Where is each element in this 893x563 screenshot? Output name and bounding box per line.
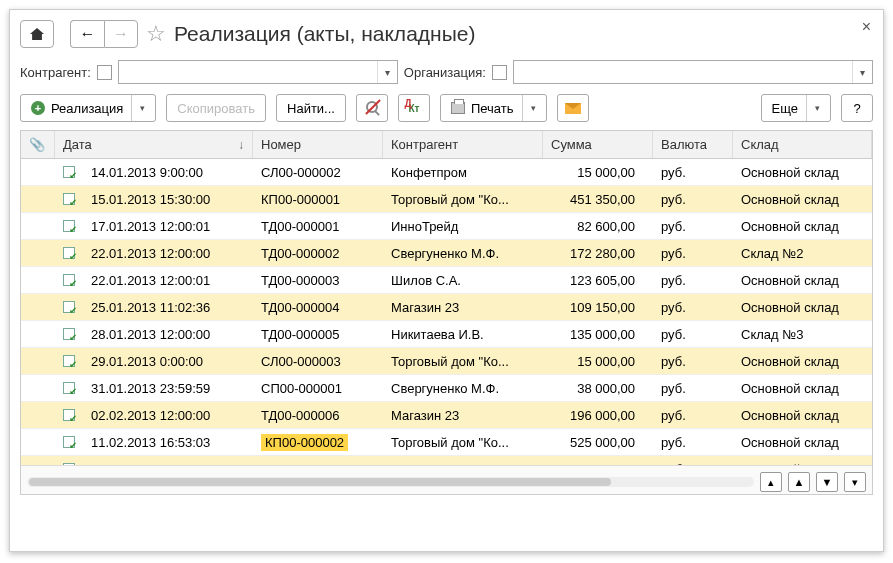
scroll-thumb[interactable]	[29, 478, 611, 486]
envelope-icon	[565, 103, 581, 114]
realize-button[interactable]: + Реализация ▾	[20, 94, 156, 122]
table-row[interactable]: 17.01.2013 12:00:01ТД00-000001ИнноТрейд8…	[21, 213, 872, 240]
cell-sum: 172 280,00	[543, 246, 653, 261]
toolbar: + Реализация ▾ Скопировать Найти... Кт П…	[20, 94, 873, 122]
chevron-down-icon: ▾	[806, 95, 820, 121]
chevron-down-icon: ▾	[377, 61, 397, 83]
cell-counterparty: Торговый дом "Ко...	[383, 192, 543, 207]
dk-button[interactable]: Кт	[398, 94, 430, 122]
cell-counterparty: Магазин 23	[383, 300, 543, 315]
status-icon	[55, 274, 83, 286]
status-icon	[55, 166, 83, 178]
cell-number: ТД00-000002	[253, 246, 383, 261]
column-sum[interactable]: Сумма	[543, 131, 653, 158]
printer-icon	[451, 102, 465, 114]
column-warehouse[interactable]: Склад	[733, 131, 872, 158]
scroll-top-button[interactable]: ▴	[760, 472, 782, 492]
cell-number: ТД00-000005	[253, 327, 383, 342]
cell-currency: руб.	[653, 246, 733, 261]
arrow-right-icon: →	[113, 25, 129, 43]
status-icon	[55, 193, 83, 205]
cell-currency: руб.	[653, 273, 733, 288]
cell-number: ТД00-000003	[253, 273, 383, 288]
organization-combo[interactable]: ▾	[513, 60, 873, 84]
scroll-bottom-button[interactable]: ▾	[844, 472, 866, 492]
cell-date: 29.01.2013 0:00:00	[83, 354, 253, 369]
cell-counterparty: Конфетпром	[383, 165, 543, 180]
table-row[interactable]: 29.01.2013 0:00:00СЛ00-000003Торговый до…	[21, 348, 872, 375]
back-button[interactable]: ←	[70, 20, 104, 48]
find-button[interactable]: Найти...	[276, 94, 346, 122]
window: × ← → ☆ Реализация (акты, накладные) Кон…	[9, 9, 884, 552]
mail-button[interactable]	[557, 94, 589, 122]
dk-icon: Кт	[408, 103, 419, 114]
cell-sum: 135 000,00	[543, 327, 653, 342]
column-number[interactable]: Номер	[253, 131, 383, 158]
cell-counterparty: Свергуненко М.Ф.	[383, 381, 543, 396]
cell-warehouse: Основной склад	[733, 408, 872, 423]
cell-number: СП00-000001	[253, 381, 383, 396]
cell-counterparty: Никитаева И.В.	[383, 327, 543, 342]
cell-currency: руб.	[653, 165, 733, 180]
table-row[interactable]: 22.01.2013 12:00:00ТД00-000002Свергуненк…	[21, 240, 872, 267]
cell-counterparty: Торговый дом "Ко...	[383, 435, 543, 450]
status-icon	[55, 220, 83, 232]
cell-date: 28.01.2013 12:00:00	[83, 327, 253, 342]
counterparty-label: Контрагент:	[20, 65, 91, 80]
cell-counterparty: Магазин 23	[383, 408, 543, 423]
scrollbar[interactable]	[27, 477, 754, 487]
cell-sum: 123 605,00	[543, 273, 653, 288]
cell-date: 22.01.2013 12:00:01	[83, 273, 253, 288]
clear-search-button[interactable]	[356, 94, 388, 122]
help-button[interactable]: ?	[841, 94, 873, 122]
cell-warehouse: Основной склад	[733, 300, 872, 315]
table-row[interactable]: 22.01.2013 12:00:01ТД00-000003Шилов С.А.…	[21, 267, 872, 294]
cell-date: 15.01.2013 15:30:00	[83, 192, 253, 207]
filter-bar: Контрагент: ▾ Организация: ▾	[20, 60, 873, 84]
arrow-left-icon: ←	[80, 25, 96, 43]
table-row[interactable]: 31.01.2013 23:59:59СП00-000001Свергуненк…	[21, 375, 872, 402]
cell-warehouse: Основной склад	[733, 435, 872, 450]
cell-warehouse: Склад №2	[733, 246, 872, 261]
status-icon	[55, 301, 83, 313]
cell-number: ТД00-000001	[253, 219, 383, 234]
print-label: Печать	[471, 101, 514, 116]
table-row[interactable]: 20.02.2013 12:00:00КС00-000001Монолит900…	[21, 456, 872, 465]
copy-button[interactable]: Скопировать	[166, 94, 266, 122]
table-row[interactable]: 25.01.2013 11:02:36ТД00-000004Магазин 23…	[21, 294, 872, 321]
cell-number: ТД00-000006	[253, 408, 383, 423]
table-row[interactable]: 15.01.2013 15:30:00КП00-000001Торговый д…	[21, 186, 872, 213]
scroll-up-button[interactable]: ▲	[788, 472, 810, 492]
close-icon[interactable]: ×	[862, 18, 871, 36]
cell-number: КП00-000001	[253, 192, 383, 207]
forward-button[interactable]: →	[104, 20, 138, 48]
table-row[interactable]: 11.02.2013 16:53:03КП00-000002Торговый д…	[21, 429, 872, 456]
table-row[interactable]: 14.01.2013 9:00:00СЛ00-000002Конфетпром1…	[21, 159, 872, 186]
cell-date: 22.01.2013 12:00:00	[83, 246, 253, 261]
table: 📎 Дата Номер Контрагент Сумма Валюта Скл…	[20, 130, 873, 495]
home-button[interactable]	[20, 20, 54, 48]
table-body: 14.01.2013 9:00:00СЛ00-000002Конфетпром1…	[21, 159, 872, 465]
column-counterparty[interactable]: Контрагент	[383, 131, 543, 158]
column-currency[interactable]: Валюта	[653, 131, 733, 158]
column-date[interactable]: Дата	[55, 131, 253, 158]
column-attach[interactable]: 📎	[21, 131, 55, 158]
table-row[interactable]: 28.01.2013 12:00:00ТД00-000005Никитаева …	[21, 321, 872, 348]
counterparty-combo[interactable]: ▾	[118, 60, 398, 84]
organization-checkbox[interactable]	[492, 65, 507, 80]
cell-warehouse: Основной склад	[733, 273, 872, 288]
print-button[interactable]: Печать ▾	[440, 94, 547, 122]
scroll-down-button[interactable]: ▼	[816, 472, 838, 492]
counterparty-checkbox[interactable]	[97, 65, 112, 80]
cell-currency: руб.	[653, 408, 733, 423]
cell-sum: 109 150,00	[543, 300, 653, 315]
table-row[interactable]: 02.02.2013 12:00:00ТД00-000006Магазин 23…	[21, 402, 872, 429]
cell-warehouse: Склад №3	[733, 327, 872, 342]
cell-sum: 82 600,00	[543, 219, 653, 234]
cell-warehouse: Основной склад	[733, 381, 872, 396]
star-icon[interactable]: ☆	[146, 21, 166, 47]
more-button[interactable]: Еще ▾	[761, 94, 831, 122]
cell-warehouse: Основной склад	[733, 354, 872, 369]
cell-sum: 196 000,00	[543, 408, 653, 423]
chevron-down-icon: ▾	[522, 95, 536, 121]
